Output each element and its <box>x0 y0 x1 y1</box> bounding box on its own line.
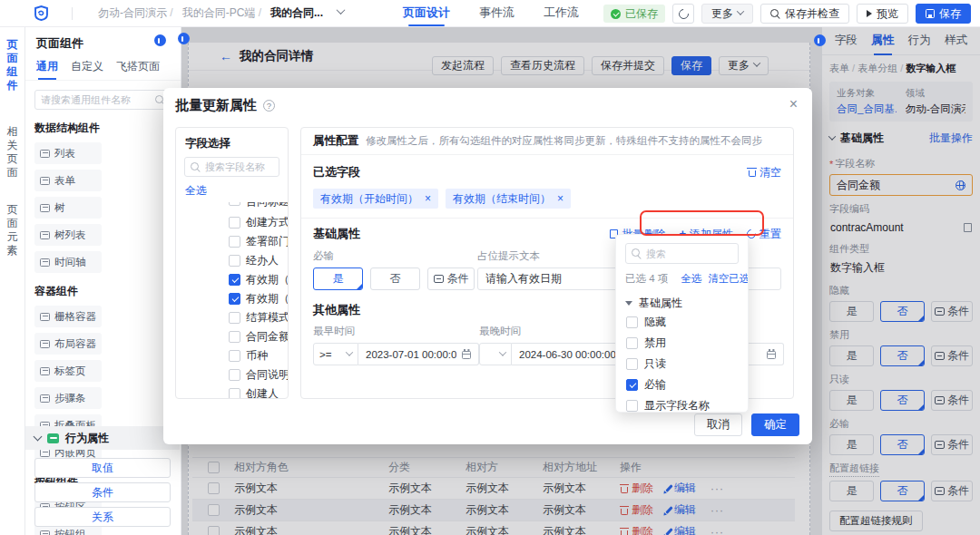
tab-feida-pages[interactable]: 飞搭页面 <box>116 59 160 80</box>
help-icon[interactable] <box>263 100 275 112</box>
breadcrumb-item[interactable]: 勿动-合同演示 <box>98 5 173 21</box>
behavior-button-value[interactable]: 取值 <box>34 458 171 478</box>
confirm-button[interactable]: 确定 <box>751 413 799 436</box>
dropdown-search-input[interactable] <box>646 248 732 259</box>
field-checkbox[interactable] <box>229 388 240 399</box>
earliest-op-select[interactable]: >= <box>313 343 358 365</box>
calendar-icon[interactable] <box>462 351 471 359</box>
remove-tag-icon[interactable] <box>557 192 564 205</box>
field-row[interactable]: 签署部门 <box>176 232 288 251</box>
tab-general[interactable]: 通用 <box>36 59 58 80</box>
more-button[interactable]: 更多 <box>701 4 753 24</box>
clear-selected-button[interactable]: 清空 <box>748 165 781 180</box>
field-row[interactable]: 合同标题 <box>176 202 288 213</box>
field-checkbox[interactable] <box>229 350 240 362</box>
field-row[interactable]: 创建人 <box>176 384 288 399</box>
field-row[interactable]: 合同金额 <box>176 327 288 346</box>
dropdown-select-all[interactable]: 全选 <box>681 272 701 286</box>
field-checkbox[interactable] <box>229 312 240 324</box>
remove-tag-icon[interactable] <box>425 192 431 205</box>
component-item-list[interactable]: 列表 <box>34 142 102 164</box>
component-search-input[interactable] <box>41 94 155 105</box>
item-checkbox[interactable] <box>626 400 638 412</box>
component-label: 布局容器 <box>54 337 96 351</box>
dropdown-item[interactable]: 只读 <box>625 355 739 374</box>
field-search-input[interactable] <box>205 161 273 172</box>
config-description: 修改属性之后，所有勾选组件的对应属性将同步更新，特殊组件不支持的属性不会同步 <box>366 134 762 148</box>
field-checkbox-checked[interactable] <box>229 274 240 286</box>
dropdown-search[interactable] <box>625 243 739 264</box>
select-all-link[interactable]: 全选 <box>176 177 288 200</box>
behavior-section-header[interactable]: 行为属性 <box>25 426 180 450</box>
dropdown-clear-selected[interactable]: 清空已选 <box>708 272 749 286</box>
collapse-property-handle[interactable] <box>814 34 826 46</box>
behavior-button-condition[interactable]: 条件 <box>34 482 171 502</box>
component-item-grid-container[interactable]: 栅格容器 <box>34 306 102 327</box>
field-row[interactable]: 币种 <box>176 346 288 365</box>
field-row[interactable]: 合同说明 <box>176 365 288 384</box>
component-item-form[interactable]: 表单 <box>34 170 102 191</box>
dropdown-item[interactable]: 必输 <box>625 375 739 394</box>
dropdown-item[interactable]: 隐藏 <box>625 313 739 332</box>
field-row[interactable]: 有效期（... <box>176 270 288 289</box>
earliest-date-input[interactable] <box>366 349 456 360</box>
rail-item-page-components[interactable]: 页面组件 <box>6 38 19 92</box>
cancel-button[interactable]: 取消 <box>694 413 742 436</box>
field-checkbox[interactable] <box>229 236 240 248</box>
component-item-layout-container[interactable]: 布局容器 <box>34 333 102 355</box>
component-item-tree-table[interactable]: 树列表 <box>34 224 102 246</box>
tab-custom[interactable]: 自定义 <box>71 59 103 80</box>
tab-event-flow[interactable]: 事件流 <box>479 0 514 27</box>
component-item-tree[interactable]: 树 <box>34 197 102 219</box>
collapse-panel-handle[interactable] <box>154 34 166 46</box>
item-checkbox[interactable] <box>626 337 638 349</box>
section-title-container: 容器组件 <box>25 284 181 299</box>
collapse-canvas-handle[interactable] <box>178 33 190 44</box>
field-row[interactable]: 创建方式 <box>176 213 288 232</box>
field-checkbox[interactable] <box>229 202 240 206</box>
field-checkbox[interactable] <box>229 369 240 381</box>
dropdown-group[interactable]: 基础属性 <box>625 296 739 311</box>
component-item-tabs[interactable]: 标签页 <box>34 360 102 382</box>
preview-button[interactable]: 预览 <box>857 4 908 24</box>
breadcrumb-current[interactable]: 我的合同... <box>270 5 323 21</box>
dropdown-item[interactable]: 禁用 <box>625 334 739 353</box>
latest-op-select[interactable] <box>479 343 512 365</box>
breadcrumb-item[interactable]: 我的合同-PC端 <box>182 5 261 21</box>
app-logo[interactable] <box>33 5 50 22</box>
selected-count: 已选 4 项 <box>625 272 668 286</box>
component-item-timeline[interactable]: 时间轴 <box>34 251 102 273</box>
field-checkbox-checked[interactable] <box>229 293 240 305</box>
required-condition-button[interactable]: 条件 <box>427 268 475 290</box>
chevron-down-icon[interactable] <box>337 5 346 15</box>
behavior-icon <box>47 433 59 443</box>
reset-button[interactable]: 重置 <box>747 227 781 242</box>
field-row[interactable]: 经办人 <box>176 251 288 270</box>
refresh-button[interactable] <box>672 4 694 24</box>
rail-item-page-elements[interactable]: 页面元素 <box>6 203 19 258</box>
field-checkbox[interactable] <box>229 217 240 229</box>
tab-page-design[interactable]: 页面设计 <box>403 0 450 27</box>
dropdown-item[interactable]: 显示字段名称 <box>625 396 739 413</box>
field-row[interactable]: 结算模式 <box>176 308 288 327</box>
modal-footer: 取消 确定 <box>694 413 799 436</box>
save-check-button[interactable]: 保存并检查 <box>760 4 849 24</box>
component-item-steps[interactable]: 步骤条 <box>34 387 102 409</box>
item-checkbox[interactable] <box>626 358 638 370</box>
behavior-button-relation[interactable]: 关系 <box>34 507 171 527</box>
required-no-button[interactable]: 否 <box>370 268 420 290</box>
field-search[interactable] <box>184 157 279 177</box>
rail-item-related-pages[interactable]: 相关页面 <box>6 125 19 180</box>
component-search[interactable] <box>34 90 172 110</box>
field-checkbox[interactable] <box>229 331 240 343</box>
field-row[interactable]: 有效期（... <box>176 289 288 308</box>
item-checkbox[interactable] <box>626 316 638 328</box>
field-checkbox[interactable] <box>229 255 240 267</box>
close-icon[interactable] <box>789 97 798 112</box>
calendar-icon[interactable] <box>767 351 776 359</box>
item-checkbox-checked[interactable] <box>626 379 638 391</box>
save-button[interactable]: 保存 <box>916 4 971 24</box>
attribute-dropdown: 已选 4 项 全选 清空已选 基础属性 隐藏 禁用 只读 必输 显示字段名称 占… <box>615 234 749 413</box>
tab-workflow[interactable]: 工作流 <box>544 0 579 27</box>
required-yes-button[interactable]: 是 <box>313 268 363 290</box>
